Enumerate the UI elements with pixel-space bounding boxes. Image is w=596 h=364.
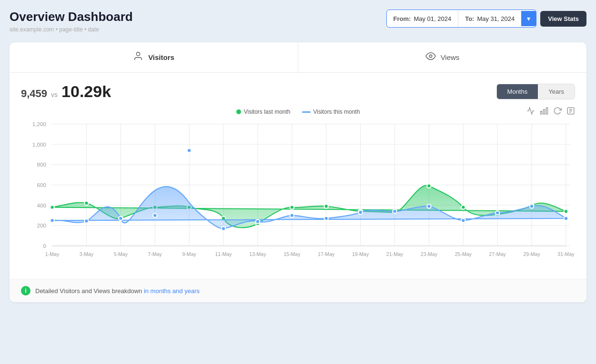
svg-point-69 — [564, 216, 568, 221]
info-badge: i — [21, 286, 30, 295]
svg-text:27-May: 27-May — [489, 251, 506, 257]
years-toggle-button[interactable]: Years — [538, 84, 575, 99]
svg-point-60 — [256, 219, 260, 224]
from-label: From: — [394, 15, 411, 22]
to-date: May 31, 2024 — [477, 15, 515, 22]
tab-visitors-label: Visitors — [148, 53, 174, 61]
svg-text:13-May: 13-May — [249, 251, 266, 257]
svg-text:800: 800 — [37, 161, 46, 167]
date-range-picker[interactable]: From: May 01, 2024 To: May 31, 2024 ▾ — [386, 10, 537, 28]
svg-point-1 — [429, 55, 432, 58]
svg-point-55 — [84, 219, 88, 223]
legend-last-month: Visitors last month — [236, 108, 291, 115]
header-left: Overview Dashboard site.example.com • pa… — [10, 10, 133, 33]
svg-point-63 — [358, 210, 362, 215]
svg-point-58 — [187, 148, 191, 153]
stats-numbers: 9,459 vs 10.29k — [21, 82, 111, 101]
tab-views[interactable]: Views — [298, 42, 586, 72]
area-chart: 1,200 1,000 800 600 400 200 0 — [21, 119, 575, 271]
stats-row: 9,459 vs 10.29k Months Years — [21, 82, 575, 101]
svg-text:31-May: 31-May — [557, 251, 575, 257]
refresh-icon[interactable] — [553, 107, 562, 117]
svg-text:19-May: 19-May — [352, 251, 369, 257]
svg-text:7-May: 7-May — [148, 251, 162, 257]
svg-rect-2 — [546, 108, 548, 114]
to-date-part: To: May 31, 2024 — [458, 11, 521, 26]
svg-point-62 — [324, 216, 328, 221]
tab-visitors[interactable]: Visitors — [10, 42, 298, 72]
toggle-group: Months Years — [496, 84, 575, 99]
page-title: Overview Dashboard — [10, 10, 133, 24]
svg-point-66 — [461, 218, 465, 223]
svg-point-46 — [324, 204, 328, 208]
header-right: From: May 01, 2024 To: May 31, 2024 ▾ Vi… — [386, 10, 586, 28]
info-bar: i Detailed Visitors and Views breakdown … — [10, 279, 586, 302]
download-icon[interactable] — [566, 107, 575, 117]
svg-text:17-May: 17-May — [318, 251, 335, 257]
svg-rect-3 — [544, 109, 545, 114]
months-toggle-button[interactable]: Months — [497, 84, 538, 99]
svg-text:29-May: 29-May — [523, 251, 540, 257]
legend-this-month: Visitors this month — [302, 108, 360, 115]
svg-point-65 — [427, 204, 431, 208]
info-text: Detailed Visitors and Views breakdown in… — [35, 287, 200, 295]
line-chart-icon[interactable] — [526, 107, 535, 117]
info-link[interactable]: in months and years — [144, 287, 200, 295]
chart-container: 1,200 1,000 800 600 400 200 0 — [21, 119, 575, 271]
legend-last-month-dot — [236, 109, 241, 114]
legend-last-month-label: Visitors last month — [244, 108, 291, 115]
page-header: Overview Dashboard site.example.com • pa… — [10, 10, 586, 33]
svg-text:15-May: 15-May — [283, 251, 301, 257]
svg-point-61 — [290, 213, 294, 217]
svg-point-45 — [290, 205, 294, 209]
stat-vs: vs — [51, 91, 58, 98]
page-subtitle: site.example.com • page-title • date — [10, 26, 133, 33]
svg-point-57 — [153, 213, 157, 217]
chart-wrapper: Visitors last month Visitors this month — [21, 108, 575, 271]
svg-text:21-May: 21-May — [386, 251, 404, 257]
date-dropdown-button[interactable]: ▾ — [521, 11, 536, 26]
legend-this-month-label: Visitors this month — [313, 108, 360, 115]
svg-text:25-May: 25-May — [455, 251, 472, 257]
views-icon — [425, 51, 436, 64]
svg-point-67 — [495, 211, 499, 215]
svg-text:11-May: 11-May — [215, 251, 232, 257]
legend-row: Visitors last month Visitors this month — [21, 108, 575, 115]
svg-point-39 — [84, 201, 88, 206]
svg-point-50 — [461, 205, 465, 209]
svg-text:1-May: 1-May — [45, 251, 60, 257]
svg-rect-4 — [541, 111, 542, 114]
from-date-part: From: May 01, 2024 — [387, 11, 458, 26]
bar-chart-icon[interactable] — [540, 107, 548, 117]
visitors-icon — [133, 51, 143, 64]
svg-text:1,000: 1,000 — [32, 141, 47, 148]
from-date: May 01, 2024 — [414, 15, 451, 22]
svg-point-0 — [136, 52, 140, 56]
chart-area: 9,459 vs 10.29k Months Years Visitors la… — [10, 73, 586, 279]
svg-point-59 — [222, 226, 225, 231]
svg-point-38 — [50, 205, 54, 209]
svg-text:0: 0 — [43, 243, 46, 249]
legend-this-month-dash — [302, 111, 311, 113]
stat-current: 10.29k — [61, 82, 111, 101]
svg-text:200: 200 — [37, 222, 46, 228]
svg-text:23-May: 23-May — [421, 251, 438, 257]
svg-text:400: 400 — [37, 202, 46, 208]
stat-previous: 9,459 — [21, 88, 47, 100]
svg-text:600: 600 — [37, 182, 46, 188]
svg-point-56 — [119, 216, 122, 221]
dashboard-card: Visitors Views 9,459 vs 10.29k Months Ye… — [10, 42, 586, 302]
svg-point-54 — [50, 218, 54, 223]
svg-point-64 — [393, 209, 396, 214]
svg-point-49 — [427, 184, 431, 188]
svg-text:9-May: 9-May — [182, 251, 196, 257]
chart-icon-row — [526, 107, 575, 117]
svg-text:5-May: 5-May — [114, 251, 128, 257]
svg-text:1,200: 1,200 — [32, 121, 47, 127]
info-text-main: Detailed Visitors and Views breakdown — [35, 287, 142, 295]
view-stats-button[interactable]: View Stats — [540, 11, 586, 27]
svg-point-68 — [530, 204, 534, 208]
svg-point-53 — [564, 209, 568, 214]
tab-row: Visitors Views — [10, 42, 586, 73]
tab-views-label: Views — [441, 53, 460, 61]
